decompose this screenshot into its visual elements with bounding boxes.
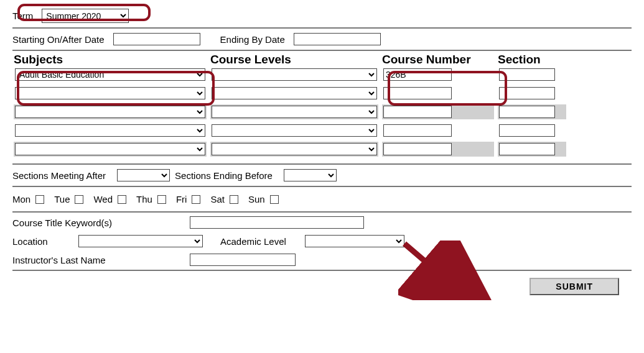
day-checkbox[interactable] <box>192 195 200 204</box>
day-label: Sun <box>248 194 265 204</box>
starting-date-input[interactable] <box>113 33 200 45</box>
day-label: Sat <box>210 194 225 204</box>
day-checkbox[interactable] <box>230 195 238 204</box>
header-section: Section <box>498 53 566 66</box>
course-number-input[interactable] <box>383 106 452 118</box>
day-label: Tue <box>54 194 70 204</box>
location-select[interactable] <box>78 235 203 247</box>
section-input[interactable] <box>499 143 555 155</box>
subject-select[interactable] <box>15 106 205 118</box>
course-number-input[interactable] <box>383 87 452 99</box>
day-label: Mon <box>12 194 30 204</box>
day-item: Thu <box>136 194 166 204</box>
day-label: Fri <box>176 194 187 204</box>
sections-after-select[interactable] <box>117 169 170 181</box>
header-subjects: Subjects <box>14 53 207 66</box>
day-checkbox[interactable] <box>75 195 83 204</box>
course-level-select[interactable] <box>212 143 377 155</box>
instructor-label: Instructor's Last Name <box>12 255 171 265</box>
grid-row <box>12 86 632 101</box>
instructor-input[interactable] <box>190 254 296 266</box>
ending-date-label: Ending By Date <box>220 34 285 45</box>
day-item: Wed <box>93 194 126 204</box>
day-checkbox[interactable] <box>270 195 279 204</box>
subject-select[interactable] <box>15 87 205 99</box>
divider <box>12 50 632 51</box>
course-level-select[interactable] <box>212 68 377 81</box>
grid-row <box>12 104 632 119</box>
day-item: Tue <box>54 194 83 204</box>
course-level-select[interactable] <box>212 87 377 99</box>
day-checkbox[interactable] <box>157 195 166 204</box>
subject-select[interactable] <box>15 124 205 137</box>
grid-row <box>12 123 632 138</box>
keyword-input[interactable] <box>190 216 364 229</box>
course-number-input[interactable] <box>383 124 452 137</box>
course-number-input[interactable] <box>383 143 452 155</box>
term-label: Term <box>12 11 33 21</box>
day-checkbox[interactable] <box>35 195 44 204</box>
day-checkbox[interactable] <box>118 195 126 204</box>
subject-select[interactable]: Adult Basic Education <box>15 68 205 81</box>
day-label: Wed <box>93 194 113 204</box>
day-item: Sat <box>210 194 238 204</box>
header-course-number: Course Number <box>382 53 494 66</box>
day-label: Thu <box>136 194 152 204</box>
grid-row: Adult Basic Education <box>12 67 632 82</box>
subject-select[interactable] <box>15 143 205 155</box>
academic-level-select[interactable] <box>305 235 404 247</box>
sections-before-select[interactable] <box>284 169 337 181</box>
grid-headers: Subjects Course Levels Course Number Sec… <box>12 53 632 66</box>
day-item: Mon <box>12 194 44 204</box>
sections-after-label: Sections Meeting After <box>12 170 106 181</box>
divider <box>12 186 632 187</box>
section-input[interactable] <box>499 124 555 137</box>
divider <box>12 211 632 213</box>
section-input[interactable] <box>499 68 555 81</box>
course-number-input[interactable] <box>383 68 452 81</box>
section-input[interactable] <box>499 106 555 118</box>
day-item: Fri <box>176 194 201 204</box>
submit-button[interactable]: SUBMIT <box>530 278 619 295</box>
sections-before-label: Sections Ending Before <box>175 170 273 181</box>
day-item: Sun <box>248 194 279 204</box>
header-levels: Course Levels <box>210 53 378 66</box>
course-level-select[interactable] <box>212 106 377 118</box>
ending-date-input[interactable] <box>294 33 381 45</box>
divider <box>12 27 632 29</box>
keyword-label: Course Title Keyword(s) <box>12 218 171 228</box>
divider <box>12 270 632 271</box>
starting-date-label: Starting On/After Date <box>12 34 105 45</box>
divider <box>12 163 632 165</box>
academic-level-label: Academic Level <box>220 236 286 247</box>
course-level-select[interactable] <box>212 124 377 137</box>
location-label: Location <box>12 236 60 247</box>
section-input[interactable] <box>499 87 555 99</box>
term-select[interactable]: Summer 2020 <box>42 9 129 23</box>
days-row: MonTueWedThuFriSatSun <box>12 188 632 211</box>
grid-row <box>12 142 632 157</box>
